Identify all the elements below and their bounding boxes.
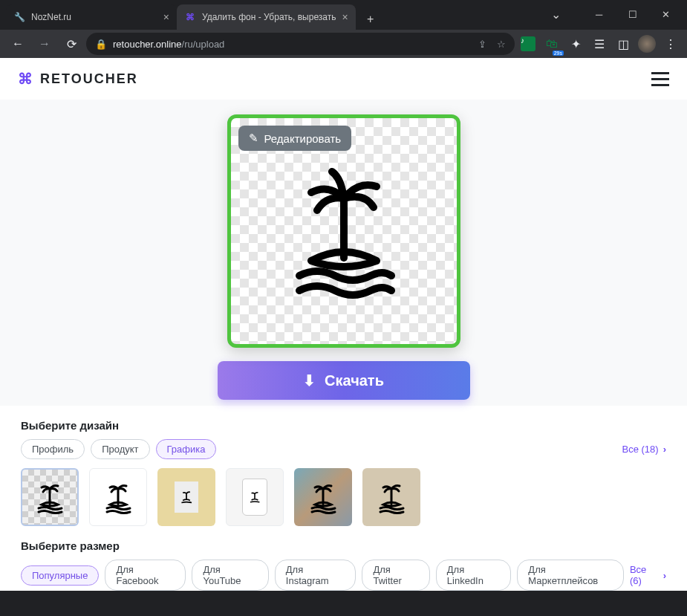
site-logo[interactable]: ⌘ RETOUCHER	[18, 70, 138, 88]
chevron-right-icon: ›	[663, 570, 666, 581]
size-all-link[interactable]: Все (6) ›	[630, 564, 666, 586]
chip-twitter[interactable]: Для Twitter	[362, 560, 429, 591]
design-thumb-3[interactable]	[157, 468, 215, 526]
close-icon[interactable]: ×	[342, 11, 348, 23]
design-section: Выберите дизайн Профиль Продукт Графика …	[0, 419, 687, 526]
menu-button[interactable]	[651, 72, 669, 86]
size-section: Выберите размер Популярные Для Facebook …	[0, 539, 687, 591]
edit-button[interactable]: ✎ Редактировать	[238, 126, 352, 151]
design-thumb-1[interactable]	[21, 468, 79, 526]
retoucher-logo-icon: ⌘	[18, 70, 34, 88]
tab-title: Удалить фон - Убрать, вырезать	[202, 12, 336, 22]
design-thumb-5[interactable]	[294, 468, 352, 526]
palm-island-icon	[270, 157, 418, 305]
url-text: retoucher.online/ru/upload	[113, 39, 224, 50]
image-preview[interactable]: ✎ Редактировать	[227, 114, 460, 348]
edit-label: Редактировать	[264, 132, 342, 145]
logo-text: RETOUCHER	[40, 71, 138, 87]
reading-list-button[interactable]: ☰	[589, 33, 610, 54]
page-content: ⌘ RETOUCHER ✎ Редактировать ⬇ Скачать	[0, 58, 687, 591]
lock-icon: 🔒	[95, 39, 107, 50]
design-thumb-4[interactable]	[226, 468, 284, 526]
size-title: Выберите размер	[21, 539, 666, 552]
chip-facebook[interactable]: Для Facebook	[105, 560, 186, 591]
chrome-menu-button[interactable]: ⋮	[660, 33, 681, 54]
chip-youtube[interactable]: Для YouTube	[192, 560, 268, 591]
extension-shopping-button[interactable]: 🛍29s	[541, 33, 562, 54]
wrench-icon: 🔧	[13, 11, 25, 23]
chip-popular[interactable]: Популярные	[21, 565, 99, 586]
chevron-right-icon: ›	[663, 444, 666, 455]
chip-profile[interactable]: Профиль	[21, 439, 85, 459]
bookmark-icon[interactable]: ☆	[497, 39, 506, 50]
profile-avatar[interactable]	[636, 33, 657, 54]
chip-graphics[interactable]: Графика	[156, 439, 217, 459]
site-header: ⌘ RETOUCHER	[0, 58, 687, 100]
reload-button[interactable]: ⟳	[59, 32, 83, 56]
design-all-link[interactable]: Все (18) ›	[622, 444, 666, 455]
window-dropdown-icon[interactable]: ⌄	[539, 3, 573, 25]
browser-tab-retoucher[interactable]: ⌘ Удалить фон - Убрать, вырезать ×	[177, 4, 356, 30]
design-title: Выберите дизайн	[21, 419, 666, 432]
download-button[interactable]: ⬇ Скачать	[218, 361, 470, 400]
extension-music-button[interactable]: ♪	[518, 33, 538, 54]
window-maximize-button[interactable]: ☐	[616, 3, 649, 25]
forward-button[interactable]: →	[33, 32, 56, 56]
side-panel-button[interactable]: ◫	[613, 33, 634, 54]
retoucher-favicon-icon: ⌘	[184, 11, 196, 23]
browser-toolbar: ← → ⟳ 🔒 retoucher.online/ru/upload ⇪ ☆ ♪…	[0, 30, 687, 58]
download-label: Скачать	[325, 372, 384, 389]
tab-title: NozNet.ru	[31, 12, 157, 22]
share-icon[interactable]: ⇪	[478, 39, 486, 50]
window-minimize-button[interactable]: ─	[582, 3, 616, 25]
new-tab-button[interactable]: +	[360, 9, 381, 30]
design-thumb-2[interactable]	[89, 468, 147, 526]
browser-tab-noznet[interactable]: 🔧 NozNet.ru ×	[6, 4, 177, 30]
design-thumbnails	[21, 468, 666, 526]
size-chip-row: Популярные Для Facebook Для YouTube Для …	[21, 560, 666, 591]
address-bar[interactable]: 🔒 retoucher.online/ru/upload ⇪ ☆	[86, 33, 515, 55]
close-icon[interactable]: ×	[163, 11, 169, 23]
chip-product[interactable]: Продукт	[91, 439, 149, 459]
design-thumb-6[interactable]	[362, 468, 420, 526]
download-icon: ⬇	[303, 372, 316, 389]
design-chip-row: Профиль Продукт Графика Все (18) ›	[21, 439, 666, 459]
window-close-button[interactable]: ✕	[649, 3, 683, 25]
pencil-icon: ✎	[249, 132, 258, 145]
chip-marketplaces[interactable]: Для Маркетплейсов	[517, 560, 624, 591]
main-content: ✎ Редактировать ⬇ Скачать	[0, 100, 687, 406]
extensions-button[interactable]: ✦	[565, 33, 586, 54]
chip-linkedin[interactable]: Для LinkedIn	[436, 560, 512, 591]
back-button[interactable]: ←	[6, 32, 30, 56]
chip-instagram[interactable]: Для Instagram	[275, 560, 356, 591]
